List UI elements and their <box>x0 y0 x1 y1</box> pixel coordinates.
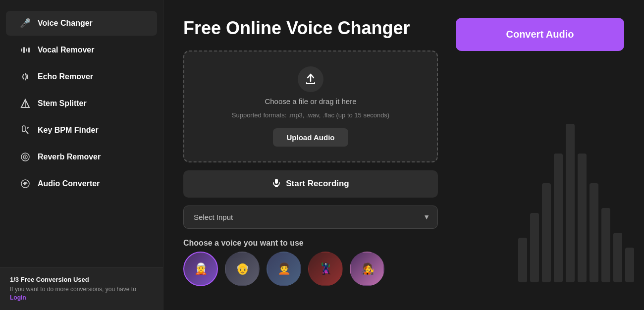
sidebar-item-label: Voice Changer <box>38 19 93 28</box>
waveform-bar <box>590 183 598 282</box>
voice-avatar-5[interactable]: 🧑‍🎤 <box>350 252 384 286</box>
sidebar-item-voice-changer[interactable]: 🎤 Voice Changer <box>6 11 157 36</box>
upload-text-main: Choose a file or drag it here <box>265 97 356 105</box>
sidebar-item-echo-remover[interactable]: Echo Remover <box>6 64 157 89</box>
waveform-decoration <box>518 124 634 282</box>
svg-line-6 <box>25 130 28 134</box>
sidebar-conversion-info: 1/3 Free Conversion Used If you want to … <box>0 267 163 310</box>
stem-icon <box>20 98 31 109</box>
svg-rect-2 <box>26 49 27 52</box>
sidebar-item-label: Stem Splitter <box>38 99 87 108</box>
svg-rect-3 <box>28 48 30 52</box>
sidebar-item-label: Reverb Remover <box>38 153 101 161</box>
waveform-bar <box>530 213 539 282</box>
main-content: Free Online Voice Changer Choose a file … <box>163 0 644 310</box>
sidebar-item-vocal-remover[interactable]: Vocal Remover <box>6 38 157 62</box>
upload-dropzone[interactable]: Choose a file or drag it here Supported … <box>183 51 438 162</box>
microphone-icon <box>272 178 281 190</box>
input-select-wrapper: Select Input ▼ <box>183 206 438 229</box>
reverb-icon <box>20 152 31 162</box>
voice-avatar-4[interactable]: 🦹 <box>308 252 343 286</box>
waveform-bar <box>613 233 622 282</box>
upload-icon <box>298 66 323 92</box>
convert-audio-button[interactable]: Convert Audio <box>456 18 624 51</box>
waveform-bar <box>542 183 551 282</box>
voice-avatars: 🧝 👴 🧑‍🦱 🦹 🧑‍🎤 <box>183 252 438 286</box>
page-title: Free Online Voice Changer <box>183 18 438 39</box>
bpm-icon <box>20 125 31 136</box>
sidebar-item-audio-converter[interactable]: Audio Converter <box>6 171 157 196</box>
waveform-bar <box>601 208 610 282</box>
sidebar-item-label: Vocal Remover <box>38 46 94 54</box>
voice-avatar-2[interactable]: 👴 <box>225 252 260 286</box>
record-button-label: Start Recording <box>286 179 349 189</box>
svg-point-11 <box>25 156 26 158</box>
svg-rect-0 <box>21 49 22 52</box>
sidebar-item-key-bpm-finder[interactable]: Key BPM Finder <box>6 118 157 143</box>
left-panel: Free Online Voice Changer Choose a file … <box>183 18 438 292</box>
waveform-bar <box>566 124 575 282</box>
converter-icon <box>20 178 31 189</box>
waveform-bar <box>554 154 563 282</box>
echo-icon <box>20 71 31 82</box>
sidebar-item-label: Echo Remover <box>38 72 93 81</box>
select-input[interactable]: Select Input <box>183 206 438 229</box>
sidebar-item-reverb-remover[interactable]: Reverb Remover <box>6 145 157 169</box>
login-link[interactable]: Login <box>10 294 26 301</box>
vocal-remover-icon <box>20 45 31 55</box>
upload-audio-button[interactable]: Upload Audio <box>273 128 349 147</box>
waveform-bar <box>578 154 587 282</box>
svg-rect-13 <box>275 179 278 184</box>
upload-text-sub: Supported formats: .mp3, .wav, .flac (up… <box>232 110 389 120</box>
right-panel: Convert Audio <box>456 18 624 292</box>
conversion-desc: If you want to do more conversions, you … <box>10 285 153 302</box>
sidebar-item-stem-splitter[interactable]: Stem Splitter <box>6 91 157 116</box>
sidebar-item-label: Audio Converter <box>38 179 100 188</box>
voice-avatar-1[interactable]: 🧝 <box>183 252 218 286</box>
svg-rect-1 <box>23 47 25 53</box>
voice-section-title: Choose a voice you want to use <box>183 239 438 248</box>
waveform-bar <box>518 238 527 282</box>
voice-section: Choose a voice you want to use 🧝 👴 🧑‍🦱 🦹… <box>183 237 438 286</box>
sidebar-item-label: Key BPM Finder <box>38 126 99 135</box>
voice-avatar-3[interactable]: 🧑‍🦱 <box>267 252 301 286</box>
conversion-title: 1/3 Free Conversion Used <box>10 276 153 283</box>
waveform-bar <box>625 248 634 282</box>
sidebar: 🎤 Voice Changer Vocal Remover Echo Remov… <box>0 0 163 310</box>
mic-icon: 🎤 <box>20 18 31 29</box>
start-recording-button[interactable]: Start Recording <box>183 170 438 198</box>
